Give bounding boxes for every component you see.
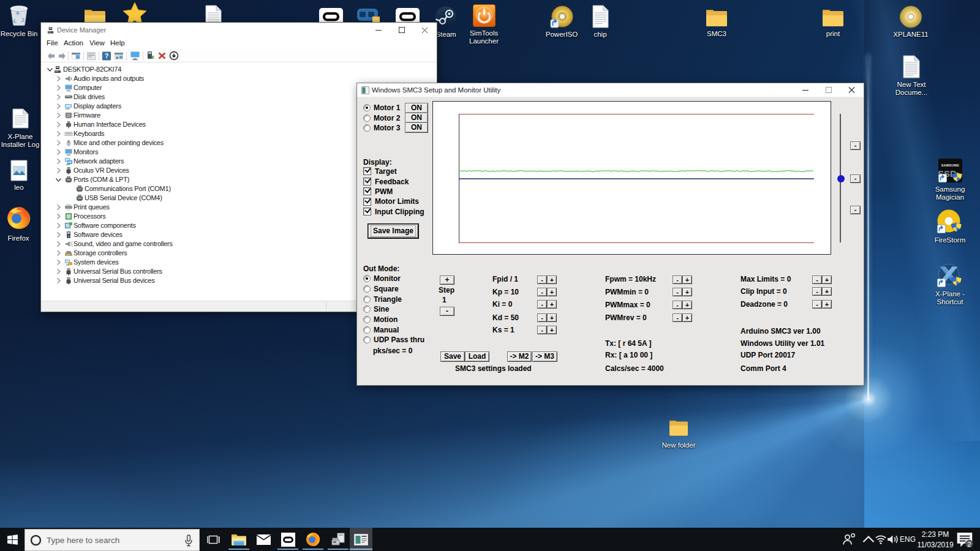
svg-text:?: ? <box>105 52 109 59</box>
svg-text:2: 2 <box>967 541 971 548</box>
svg-text:SAMSUNG: SAMSUNG <box>941 163 959 167</box>
